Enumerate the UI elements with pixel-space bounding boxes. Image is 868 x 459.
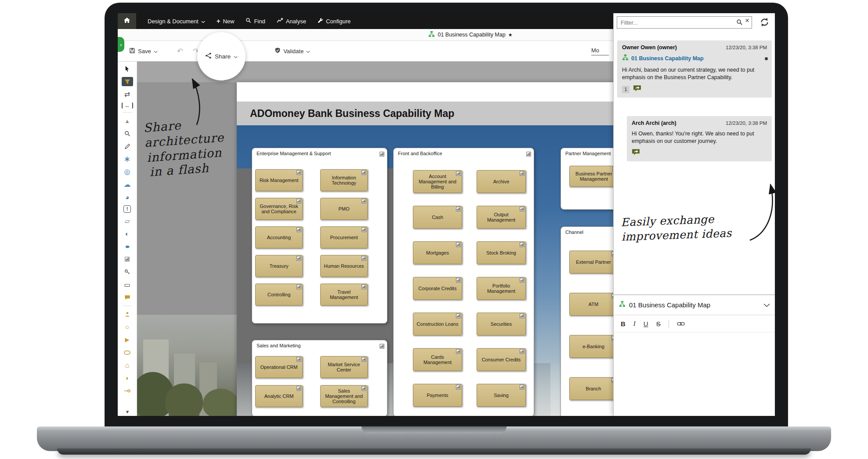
comment-card[interactable]: Owner Owen (owner) 12/23/20, 3:38 PM 01 … bbox=[617, 40, 772, 98]
link-icon[interactable] bbox=[677, 320, 685, 328]
capability-box[interactable]: Sales Management and Controlling bbox=[320, 385, 368, 407]
capability-box[interactable]: Human Resources bbox=[320, 255, 368, 277]
layer-tool-icon[interactable]: ▱ bbox=[122, 216, 133, 226]
warning-tool-icon[interactable]: ! bbox=[123, 205, 131, 213]
capability-box[interactable]: Controlling bbox=[255, 284, 303, 306]
filter-input[interactable] bbox=[617, 16, 752, 29]
capability-label: Travel Management bbox=[324, 289, 364, 300]
capability-box[interactable]: External Partner bbox=[569, 251, 618, 273]
tab-business-capability-map[interactable]: 01 Business Capability Map ★ bbox=[428, 31, 512, 39]
swap-arrows-icon[interactable]: ⇄ bbox=[122, 90, 133, 99]
capability-box[interactable]: Portfolio Management bbox=[477, 277, 526, 300]
target-tool-icon[interactable]: ◎ bbox=[122, 167, 133, 176]
line-circle-tool-icon[interactable] bbox=[122, 386, 133, 395]
save-button[interactable]: Save bbox=[129, 47, 158, 55]
capability-box[interactable]: PMO bbox=[320, 198, 368, 220]
share-button[interactable]: Share bbox=[205, 52, 238, 60]
nav-configure[interactable]: Configure bbox=[318, 18, 351, 25]
home-button[interactable] bbox=[118, 13, 136, 29]
refresh-icon[interactable] bbox=[760, 17, 770, 29]
comment-model-link[interactable]: 01 Business Capability Map bbox=[631, 55, 704, 62]
capability-box[interactable]: Treasury bbox=[255, 255, 303, 277]
nav-find-label: Find bbox=[254, 18, 265, 25]
capability-box[interactable]: Archive bbox=[477, 170, 526, 193]
capability-box[interactable]: Consumer Credits bbox=[477, 348, 526, 371]
search-icon[interactable] bbox=[736, 19, 743, 27]
measure-tool-icon[interactable]: ↔ bbox=[122, 102, 133, 109]
capability-box[interactable]: Payments bbox=[413, 384, 462, 407]
play-arrow-tool-icon[interactable]: ▶ bbox=[122, 335, 133, 344]
ellipse-tool-icon[interactable]: ● bbox=[118, 242, 137, 251]
nav-find[interactable]: Find bbox=[246, 18, 265, 25]
circle-tool-icon[interactable]: ○ bbox=[122, 322, 133, 332]
capability-box[interactable]: Account Management and Billing bbox=[413, 170, 462, 193]
italic-button[interactable]: I bbox=[633, 320, 636, 328]
speech-bubble-tool-icon[interactable] bbox=[122, 293, 133, 302]
half-disc-tool-icon[interactable]: ◗ bbox=[122, 373, 133, 382]
nav-new[interactable]: + New bbox=[217, 18, 235, 25]
validate-button[interactable]: Validate bbox=[275, 47, 310, 55]
more-menu-button[interactable]: Mo bbox=[591, 47, 609, 55]
reply-icon[interactable] bbox=[632, 149, 640, 157]
capability-box[interactable]: Saving bbox=[477, 384, 526, 407]
note-format-toolbar: B I U S bbox=[614, 316, 775, 332]
key-tool-icon[interactable] bbox=[122, 267, 133, 277]
favorite-star-icon[interactable]: ★ bbox=[508, 32, 513, 38]
capability-box[interactable]: Analytic CRM bbox=[255, 385, 303, 407]
toggle-tool-icon[interactable]: ◐ bbox=[122, 229, 133, 238]
person-tool-icon[interactable] bbox=[122, 310, 133, 319]
capability-box[interactable]: e-Banking bbox=[569, 335, 618, 358]
home-shape-tool-icon[interactable]: ⌂ bbox=[122, 361, 133, 370]
capability-box[interactable]: Construction Loans bbox=[413, 313, 462, 335]
undo-button[interactable]: ↶ bbox=[177, 47, 183, 56]
bold-button[interactable]: B bbox=[621, 320, 626, 328]
collapse-up-icon[interactable]: ▴ bbox=[122, 116, 133, 125]
capability-group[interactable]: Front and BackofficeAccount Management a… bbox=[393, 148, 534, 416]
strikethrough-button[interactable]: S bbox=[656, 320, 661, 328]
clear-filter-icon[interactable]: × bbox=[745, 17, 749, 24]
chart-grid-icon bbox=[520, 349, 524, 355]
comment-card[interactable]: Arch Archi (arch) 12/23/20, 3:38 PM Hi O… bbox=[627, 116, 772, 161]
capability-box[interactable]: Mortgages bbox=[413, 241, 462, 264]
asterisk-tool-icon[interactable]: ∗ bbox=[122, 154, 133, 164]
chevron-down-icon[interactable] bbox=[763, 301, 770, 309]
display-tool-icon[interactable]: ▭ bbox=[122, 280, 133, 289]
capability-box[interactable]: Cash bbox=[413, 206, 462, 229]
capability-group[interactable]: Enterprise Management & SupportRisk Mana… bbox=[252, 148, 387, 324]
capability-box[interactable]: Risk Management bbox=[255, 169, 303, 191]
capability-box[interactable]: Securities bbox=[477, 313, 526, 335]
capability-box[interactable]: Travel Management bbox=[320, 284, 368, 306]
pie-chart-tool-icon[interactable]: ◕ bbox=[122, 193, 133, 202]
capability-box[interactable]: Cards Management bbox=[413, 348, 462, 371]
zoom-tool-icon[interactable] bbox=[122, 129, 133, 138]
cursor-tool-icon[interactable] bbox=[122, 64, 133, 73]
capability-box[interactable]: Business Partner Management bbox=[569, 166, 618, 187]
capability-group[interactable]: Sales and MarketingOperational CRMAnalyt… bbox=[252, 340, 387, 416]
chart-grid-icon bbox=[362, 170, 366, 176]
note-editor[interactable] bbox=[614, 333, 775, 416]
capability-box[interactable]: Accounting bbox=[255, 226, 303, 248]
underline-button[interactable]: U bbox=[644, 320, 648, 328]
reply-icon[interactable] bbox=[633, 85, 641, 94]
cloud-tool-icon[interactable]: ☁ bbox=[122, 180, 133, 189]
capability-box[interactable]: Corporate Credits bbox=[413, 277, 462, 300]
capability-label: Corporate Credits bbox=[419, 286, 457, 291]
nav-analyse[interactable]: Analyse bbox=[277, 18, 306, 25]
nav-design-document[interactable]: Design & Document bbox=[148, 18, 205, 25]
chart-tool-icon[interactable] bbox=[122, 255, 133, 264]
capability-box[interactable]: Procurement bbox=[320, 226, 368, 248]
sidebar-expander-tab[interactable]: › bbox=[118, 37, 124, 52]
capability-box[interactable]: Market Service Center bbox=[320, 356, 368, 378]
capability-box[interactable]: Information Technology bbox=[320, 169, 368, 191]
pencil-tool-icon[interactable] bbox=[122, 142, 133, 151]
pill-tool-icon[interactable] bbox=[122, 348, 133, 357]
capability-box[interactable]: Operational CRM bbox=[255, 356, 303, 378]
capability-box[interactable]: Stock Broking bbox=[477, 241, 526, 264]
capability-box[interactable]: Branch bbox=[569, 377, 618, 400]
capability-box[interactable]: Output Management bbox=[477, 206, 526, 229]
note-panel-header[interactable]: 01 Business Capability Map bbox=[614, 295, 775, 315]
filter-tool-icon[interactable] bbox=[122, 77, 133, 86]
sidebar-scroll-down-icon[interactable]: ▾ bbox=[118, 408, 137, 415]
capability-box[interactable]: Governance, Risk and Compliance bbox=[255, 198, 303, 220]
capability-box[interactable]: ATM bbox=[569, 293, 618, 316]
